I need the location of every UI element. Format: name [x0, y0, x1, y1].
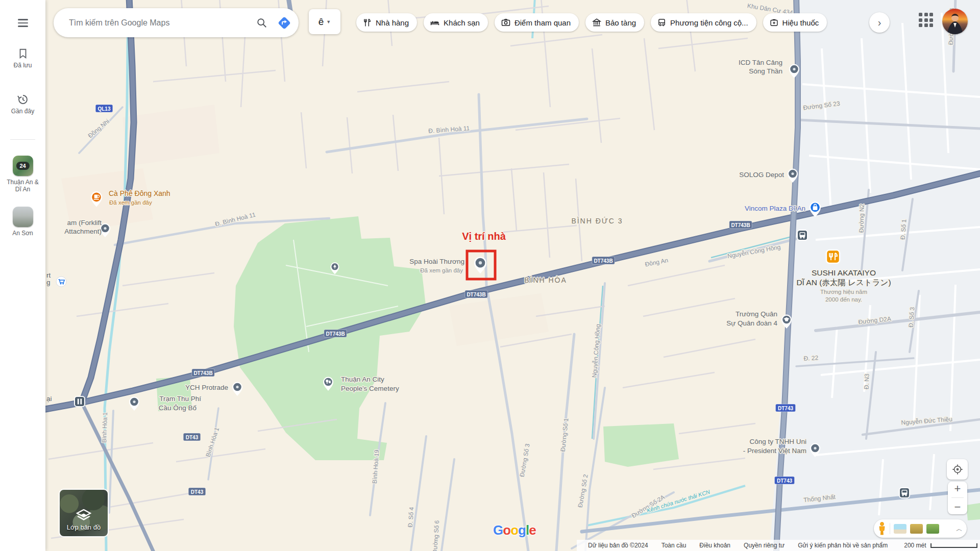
chip-label: Nhà hàng	[376, 18, 409, 27]
footer-link-terms[interactable]: Điều khoản	[699, 542, 730, 549]
footer-link-global[interactable]: Toàn cầu	[662, 542, 687, 549]
google-logo-letter: e	[529, 522, 535, 538]
collapse-imagery-button[interactable]: ︿	[956, 527, 963, 531]
map-label: BÌNH ĐỨC 3	[571, 217, 623, 225]
map-label: ại	[46, 395, 52, 403]
svg-text:QL13: QL13	[97, 106, 110, 112]
imagery-thumbnail[interactable]	[926, 524, 939, 534]
chip-restaurants[interactable]: Nhà hàng	[356, 13, 417, 32]
sidebar-item-saved[interactable]: Đã lưu	[0, 47, 45, 69]
search-button[interactable]	[251, 12, 273, 34]
map-label: Cà Phê Đông Xanh	[109, 189, 170, 197]
map-poi-icon[interactable]	[56, 277, 66, 287]
map-label: Thuận An City	[341, 375, 384, 383]
more-categories-button[interactable]: ›	[869, 12, 890, 33]
shortcut-label: An Sơn	[0, 230, 45, 237]
map-label: Vincom Plaza Dĩ An	[745, 205, 805, 212]
map-label: Đường N2	[858, 204, 866, 233]
sidebar-shortcut-thuan-an[interactable]: 24 Thuận An & Dĩ An	[0, 156, 45, 193]
ime-key-label: ê	[318, 16, 324, 28]
google-logo-letter: o	[510, 522, 518, 538]
map-label: am (Forklift	[67, 219, 102, 227]
zoom-out-button[interactable]: −	[948, 502, 967, 513]
map-label: Đã xem gần đây	[420, 267, 463, 273]
map-label: Spa Hoài Thương	[409, 258, 464, 265]
map-label: Trường Quân	[736, 310, 777, 318]
sidebar-item-label: Đã lưu	[0, 62, 45, 69]
zoom-controls: + −	[948, 482, 967, 514]
shortcut-thumbnail	[13, 207, 33, 227]
chip-transit[interactable]: Phương tiện công cộ...	[651, 13, 756, 32]
chip-hotels[interactable]: Khách sạn	[424, 13, 488, 32]
map-label: Cầu Ông Bố	[159, 404, 197, 412]
map-label: rt	[46, 271, 51, 279]
google-maps-app: QL13DT743BDT743BDT743BDT743BDT743BDT43DT…	[0, 0, 980, 551]
svg-text:DT743B: DT743B	[326, 331, 345, 337]
main-menu-button[interactable]	[0, 17, 45, 29]
museum-icon	[592, 18, 601, 27]
hotel-icon	[430, 18, 439, 27]
chevron-right-icon: ›	[878, 17, 881, 29]
road-badge: DT43	[183, 433, 201, 441]
map-poi-icon[interactable]	[826, 250, 840, 263]
scale-bar	[930, 543, 977, 548]
imagery-thumbnail[interactable]	[910, 524, 923, 534]
bookmark-icon	[17, 55, 29, 62]
map-label: 2000 đến nay.	[825, 296, 862, 303]
sidebar-shortcut-an-son[interactable]: An Sơn	[0, 207, 45, 237]
map-poi-icon[interactable]	[75, 396, 85, 407]
chip-label: Khách sạn	[444, 18, 480, 27]
map-data-attribution: Dữ liệu bản đồ ©2024	[588, 542, 648, 549]
directions-button[interactable]	[273, 12, 296, 34]
svg-text:DT743B: DT743B	[467, 292, 485, 297]
scale-label: 200 mét	[904, 542, 926, 549]
chip-label: Bảo tàng	[605, 18, 636, 27]
hamburger-icon	[0, 19, 45, 27]
google-logo: Google	[493, 522, 536, 538]
avatar-photo	[942, 9, 968, 34]
road-badge: DT43	[188, 488, 206, 495]
search-input[interactable]	[68, 18, 251, 28]
attraction-icon	[501, 18, 510, 27]
road-badge: DT743	[775, 477, 795, 484]
map-label: Đ. Số 1	[899, 219, 908, 240]
chip-attractions[interactable]: Điểm tham quan	[495, 13, 579, 32]
svg-text:DT43: DT43	[191, 489, 204, 495]
divider	[890, 523, 890, 534]
chip-museums[interactable]: Bảo tàng	[585, 13, 644, 32]
imagery-thumbnail[interactable]	[894, 524, 906, 534]
map-poi-icon[interactable]	[797, 230, 807, 240]
map-label: Đ. 22	[803, 354, 819, 362]
map-label: Sự Quân đoàn 4	[726, 319, 777, 327]
google-logo-letter: G	[493, 522, 503, 538]
directions-icon	[277, 15, 292, 31]
svg-text:DT43: DT43	[186, 435, 199, 440]
map-canvas[interactable]: QL13DT743BDT743BDT743BDT743BDT743BDT43DT…	[0, 0, 980, 551]
google-apps-grid-button[interactable]	[919, 13, 933, 27]
road-badge: DT743	[776, 404, 796, 412]
map-label: DĨ AN (赤太陽 レストラン)	[796, 278, 891, 287]
map-label: Vị trí nhà	[462, 231, 506, 242]
footer-link-privacy[interactable]: Quyền riêng tư	[744, 542, 785, 549]
map-label: BÌNH HÒA	[524, 276, 567, 284]
chip-pharmacies[interactable]: Hiệu thuốc	[763, 13, 827, 32]
map-label: SOLOG Depot	[739, 171, 784, 179]
pharmacy-icon	[770, 18, 778, 27]
map-label: g	[46, 279, 51, 286]
footer-link-feedback[interactable]: Gửi ý kiến phản hồi về sản phẩm	[798, 542, 888, 549]
map-poi-icon[interactable]	[899, 488, 910, 498]
shortcut-label: Thuận An & Dĩ An	[0, 179, 45, 193]
svg-text:DT743B: DT743B	[731, 222, 750, 228]
map-layers-button[interactable]: Lớp bản đồ	[59, 489, 109, 537]
my-location-button[interactable]	[947, 459, 968, 480]
sidebar-item-recent[interactable]: Gần đây	[0, 93, 45, 115]
map-label: Sóng Thần	[749, 67, 782, 75]
restaurant-icon	[363, 18, 372, 27]
map-label: Đ. Số 3	[908, 307, 916, 328]
pegman-icon[interactable]	[878, 522, 886, 535]
input-method-button[interactable]: ê ▼	[309, 9, 340, 34]
map-label: ICD Tân Cảng	[739, 59, 782, 66]
zoom-in-button[interactable]: +	[948, 483, 967, 494]
account-avatar[interactable]	[942, 9, 968, 34]
map-label: People's Cemetery	[341, 385, 399, 392]
